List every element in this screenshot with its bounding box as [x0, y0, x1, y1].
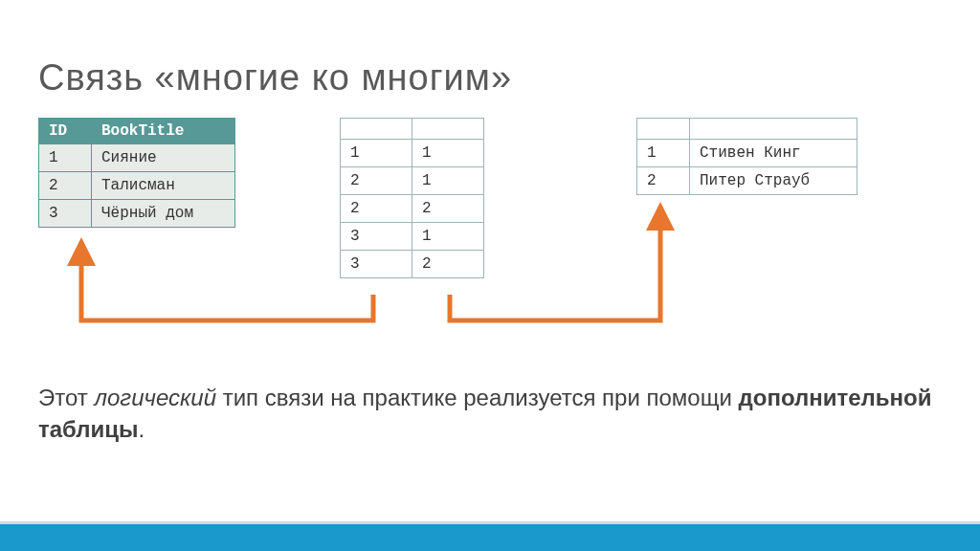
table-header: ID: [39, 119, 92, 144]
table-cell: 2: [341, 195, 412, 223]
table-cell: 1: [412, 167, 484, 195]
description-text: Этот логический тип связи на практике ре…: [38, 382, 942, 446]
table-cell: Питер Страуб: [690, 167, 858, 195]
table-cell: Чёрный дом: [92, 200, 235, 228]
table-cell: 2: [39, 172, 92, 200]
table-header-empty: [637, 119, 690, 140]
table-row: 1 Стивен Кинг: [637, 140, 858, 167]
table-header-empty: [341, 119, 412, 140]
table-cell: 3: [341, 223, 412, 251]
table-cell: 1: [412, 140, 484, 167]
table-cell: 1: [637, 140, 690, 167]
table-cell: 3: [341, 251, 412, 278]
table-row: 3 1: [341, 223, 484, 251]
table-cell: 1: [341, 140, 412, 167]
authors-table: 1 Стивен Кинг 2 Питер Страуб: [636, 118, 858, 195]
table-cell: Талисман: [92, 172, 235, 200]
table-cell: 1: [39, 144, 92, 172]
arrow-left: [81, 242, 373, 320]
table-cell: 2: [341, 167, 412, 195]
table-row: 2 1: [341, 167, 484, 195]
tables-container: ID BookTitle 1 Сияние 2 Талисман 3 Чёрны…: [38, 118, 942, 338]
slide: Связь «многие ко многим» ID BookTitle 1 …: [0, 0, 980, 551]
table-row: 1 1: [341, 140, 484, 167]
table-cell: 3: [39, 200, 92, 228]
slide-title: Связь «многие ко многим»: [38, 57, 942, 99]
books-table: ID BookTitle 1 Сияние 2 Талисман 3 Чёрны…: [38, 118, 235, 228]
text-part: тип связи на практике реализуется при по…: [216, 385, 738, 410]
table-row: 1 Сияние: [39, 144, 235, 172]
table-cell: 1: [412, 223, 484, 251]
table-row: 2 Питер Страуб: [637, 167, 858, 195]
footer-bar: [0, 524, 980, 551]
table-cell: 2: [412, 195, 484, 223]
table-cell: Сияние: [92, 144, 235, 172]
text-part: Этот: [38, 385, 94, 410]
text-part: .: [139, 416, 145, 442]
table-row: 3 2: [341, 251, 484, 278]
junction-table: 1 1 2 1 2 2 3 1 3 2: [340, 118, 484, 278]
table-cell: 2: [637, 167, 690, 195]
table-row: 2 2: [341, 195, 484, 223]
table-row: 3 Чёрный дом: [39, 200, 235, 228]
text-emphasis: логический: [94, 385, 216, 410]
table-header: BookTitle: [92, 119, 235, 144]
table-cell: 2: [412, 251, 484, 278]
table-header-empty: [690, 119, 858, 140]
table-cell: Стивен Кинг: [690, 140, 858, 167]
table-header-empty: [412, 119, 484, 140]
table-row: 2 Талисман: [39, 172, 235, 200]
